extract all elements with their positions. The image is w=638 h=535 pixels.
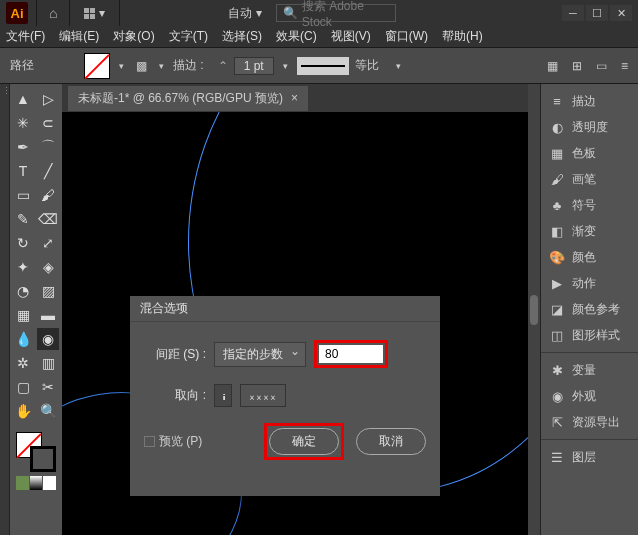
panel-brushes[interactable]: 🖌画笔 [541,166,638,192]
stroke-swatch[interactable]: ▩ [133,59,150,73]
maximize-button[interactable]: ☐ [586,5,608,21]
menu-file[interactable]: 文件(F) [6,28,45,45]
panel-transparency[interactable]: ◐透明度 [541,114,638,140]
gradient-mode[interactable] [30,476,43,490]
panel-color[interactable]: 🎨颜色 [541,244,638,270]
orient-align-path[interactable]: ₓₓₓₓ [240,384,286,407]
none-mode[interactable] [43,476,56,490]
menu-type[interactable]: 文字(T) [169,28,208,45]
panel-separator [541,439,638,440]
preview-checkbox[interactable]: 预览 (P) [144,433,202,450]
artboard-tool[interactable]: ▢ [12,376,34,398]
grid-icon [84,8,95,19]
eraser-tool[interactable]: ⌫ [37,208,59,230]
menu-select[interactable]: 选择(S) [222,28,262,45]
cancel-button[interactable]: 取消 [356,428,426,455]
stroke-box[interactable] [30,446,56,472]
transform-icon[interactable]: ⊞ [572,59,582,73]
eyedropper-tool[interactable]: 💧 [12,328,34,350]
panel-graphic-styles[interactable]: ◫图形样式 [541,322,638,348]
gradient-tool[interactable]: ▬ [37,304,59,326]
panel-menu-icon[interactable]: ≡ [621,59,628,73]
ok-button[interactable]: 确定 [269,428,339,455]
close-button[interactable]: ✕ [610,5,632,21]
hand-tool[interactable]: ✋ [12,400,34,422]
panel-gradient[interactable]: ◧渐变 [541,218,638,244]
workspace-auto-label[interactable]: 自动 ▾ [228,5,261,22]
stroke-weight-dropdown[interactable]: ▾ [280,61,291,71]
panel-actions[interactable]: ▶动作 [541,270,638,296]
blend-options-dialog: 混合选项 间距 (S) : 指定的步数 取向 : ᵢᵢᵢᵢᵢ ₓₓₓₓ 预览 (… [130,296,440,496]
panel-swatches[interactable]: ▦色板 [541,140,638,166]
divider [119,0,120,26]
symbol-sprayer-tool[interactable]: ✲ [12,352,34,374]
panel-asset-export[interactable]: ⇱资源导出 [541,409,638,435]
panel-color-guide[interactable]: ◪颜色参考 [541,296,638,322]
menu-effect[interactable]: 效果(C) [276,28,317,45]
selection-tool[interactable]: ▲ [12,88,34,110]
rectangle-tool[interactable]: ▭ [12,184,34,206]
spacing-value-input[interactable] [319,345,383,363]
home-icon[interactable]: ⌂ [45,5,61,21]
selection-type-label: 路径 [10,57,34,74]
fill-swatch[interactable] [84,53,110,79]
pen-tool[interactable]: ✒ [12,136,34,158]
orient-align-page[interactable]: ᵢᵢᵢᵢᵢ [214,384,232,407]
fill-dropdown[interactable]: ▾ [116,61,127,71]
scrollbar[interactable] [528,84,540,535]
transparency-icon: ◐ [549,119,565,135]
ratio-dropdown[interactable]: ▾ [393,61,404,71]
lasso-tool[interactable]: ⊂ [37,112,59,134]
menu-help[interactable]: 帮助(H) [442,28,483,45]
layout-switcher[interactable]: ▾ [78,4,111,22]
panel-variables[interactable]: ✱变量 [541,357,638,383]
stroke-decrement[interactable]: ⌃ [218,59,228,73]
panel-layers[interactable]: ☰图层 [541,444,638,470]
fill-stroke-control[interactable] [12,430,60,472]
document-tab[interactable]: 未标题-1* @ 66.67% (RGB/GPU 预览) × [68,86,308,111]
menu-window[interactable]: 窗口(W) [385,28,428,45]
orientation-label: 取向 : [144,387,206,404]
rotate-tool[interactable]: ↻ [12,232,34,254]
menu-object[interactable]: 对象(O) [113,28,154,45]
app-logo: Ai [6,2,28,24]
curvature-tool[interactable]: ⌒ [37,136,59,158]
shape-builder-tool[interactable]: ◔ [12,280,34,302]
type-tool[interactable]: T [12,160,34,182]
slice-tool[interactable]: ✂ [37,376,59,398]
color-mode[interactable] [16,476,29,490]
free-transform-tool[interactable]: ◈ [37,256,59,278]
pencil-tool[interactable]: ✎ [12,208,34,230]
color-guide-icon: ◪ [549,301,565,317]
panel-stroke[interactable]: ≡描边 [541,88,638,114]
search-placeholder: 搜索 Adobe Stock [302,0,389,29]
stroke-dropdown[interactable]: ▾ [156,61,167,71]
scale-tool[interactable]: ⤢ [37,232,59,254]
menu-view[interactable]: 视图(V) [331,28,371,45]
graph-tool[interactable]: ▥ [37,352,59,374]
spacing-label: 间距 (S) : [144,346,206,363]
magic-wand-tool[interactable]: ✳ [12,112,34,134]
line-tool[interactable]: ╱ [37,160,59,182]
menu-edit[interactable]: 编辑(E) [59,28,99,45]
shape-icon[interactable]: ▭ [596,59,607,73]
align-icon[interactable]: ▦ [547,59,558,73]
stroke-profile[interactable] [297,57,349,75]
blend-tool[interactable]: ◉ [37,328,59,350]
zoom-tool[interactable]: 🔍 [37,400,59,422]
search-input[interactable]: 🔍 搜索 Adobe Stock [276,4,396,22]
perspective-tool[interactable]: ▨ [37,280,59,302]
spacing-mode-select[interactable]: 指定的步数 [214,342,306,367]
tab-close-icon[interactable]: × [291,91,298,105]
symbols-icon: ♣ [549,197,565,213]
panel-appearance[interactable]: ◉外观 [541,383,638,409]
minimize-button[interactable]: ─ [562,5,584,21]
graphic-styles-icon: ◫ [549,327,565,343]
direct-selection-tool[interactable]: ▷ [37,88,59,110]
brush-tool[interactable]: 🖌 [37,184,59,206]
collapse-icon[interactable]: ⋮ [0,84,9,98]
width-tool[interactable]: ✦ [12,256,34,278]
panel-symbols[interactable]: ♣符号 [541,192,638,218]
mesh-tool[interactable]: ▦ [12,304,34,326]
stroke-weight-input[interactable]: 1 pt [234,57,274,75]
